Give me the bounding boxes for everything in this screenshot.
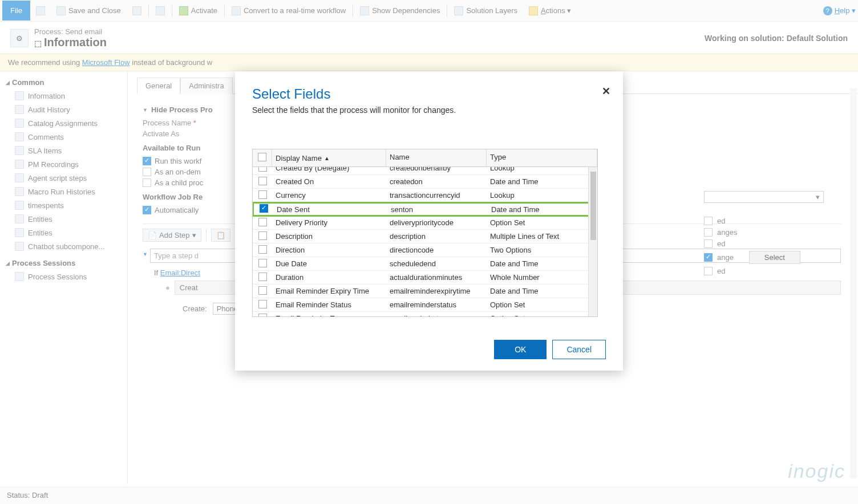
row-type: Option Set (487, 300, 597, 309)
col-type[interactable]: Type (487, 149, 597, 166)
row-checkbox[interactable] (258, 286, 267, 295)
row-display: Description (272, 232, 386, 241)
field-row[interactable]: Delivery PrioritydeliveryprioritycodeOpt… (253, 216, 597, 230)
field-row[interactable]: Due DatescheduledendDate and Time (253, 257, 597, 271)
row-type: Option Set (487, 314, 597, 316)
row-type: Two Options (487, 246, 597, 254)
row-display: Direction (272, 246, 386, 254)
row-display: Email Reminder Expiry Time (272, 287, 386, 295)
row-display: Created On (272, 177, 386, 186)
row-type: Whole Number (487, 273, 597, 282)
row-name: actualdurationminutes (386, 273, 487, 282)
row-name: createdonbehalfby (386, 167, 487, 172)
row-type: Date and Time (487, 287, 597, 295)
row-checkbox[interactable] (258, 314, 267, 317)
field-row[interactable]: Email Reminder Expiry Timeemailremindere… (253, 284, 597, 298)
row-display: Due Date (272, 259, 386, 268)
row-type: Multiple Lines of Text (487, 232, 597, 241)
field-row[interactable]: Email Reminder Statusemailreminderstatus… (253, 298, 597, 312)
row-checkbox[interactable] (258, 300, 267, 308)
row-checkbox[interactable] (258, 190, 267, 199)
row-checkbox[interactable] (258, 177, 267, 185)
field-row[interactable]: CurrencytransactioncurrencyidLookup (253, 189, 597, 202)
row-type: Date and Time (487, 259, 597, 268)
row-type: Date and Time (487, 177, 597, 186)
dialog-title: Select Fields (252, 86, 606, 102)
row-checkbox[interactable] (258, 259, 267, 267)
row-name: transactioncurrencyid (386, 191, 487, 200)
fields-grid: Display Name ▲ Name Type Created By (Del… (252, 149, 598, 317)
row-checkbox[interactable] (258, 218, 267, 226)
select-all-checkbox[interactable] (258, 153, 266, 161)
row-name: emailreminderexpirytime (386, 287, 487, 295)
row-checkbox[interactable] (258, 231, 267, 240)
row-display: Email Reminder Status (272, 300, 386, 309)
cancel-button[interactable]: Cancel (552, 340, 606, 359)
field-row[interactable]: DirectiondirectioncodeTwo Options (253, 243, 597, 257)
select-fields-dialog: ✕ Select Fields Select the fields that t… (235, 71, 623, 371)
row-checkbox[interactable] (260, 204, 268, 213)
row-type: Lookup (487, 191, 597, 200)
field-row[interactable]: Created By (Delegate)createdonbehalfbyLo… (253, 167, 597, 175)
row-name: deliveryprioritycode (386, 218, 487, 227)
row-display: Date Sent (273, 205, 387, 214)
col-name[interactable]: Name (386, 149, 487, 166)
dialog-subtitle: Select the fields that the process will … (252, 105, 606, 115)
row-display: Email Reminder Type (272, 314, 386, 316)
grid-scrollbar[interactable] (588, 167, 597, 316)
row-display: Delivery Priority (272, 218, 386, 227)
row-display: Duration (272, 273, 386, 282)
row-checkbox[interactable] (258, 167, 267, 172)
row-name: description (386, 232, 487, 241)
row-name: scheduledend (386, 259, 487, 268)
row-name: emailreminderstatus (386, 300, 487, 309)
row-name: senton (387, 205, 488, 214)
row-name: emailremindertype (386, 314, 487, 316)
field-row[interactable]: DescriptiondescriptionMultiple Lines of … (253, 230, 597, 243)
row-checkbox[interactable] (258, 273, 267, 281)
field-row[interactable]: DurationactualdurationminutesWhole Numbe… (253, 271, 597, 284)
row-type: Option Set (487, 218, 597, 227)
field-row[interactable]: Created OncreatedonDate and Time (253, 175, 597, 189)
row-type: Date and Time (488, 205, 596, 214)
ok-button[interactable]: OK (494, 340, 547, 359)
row-display: Currency (272, 191, 386, 200)
row-display: Created By (Delegate) (272, 167, 386, 172)
col-display-name[interactable]: Display Name ▲ (272, 149, 386, 166)
modal-overlay: ✕ Select Fields Select the fields that t… (0, 0, 858, 504)
field-row[interactable]: Date SentsentonDate and Time (253, 202, 597, 217)
row-name: createdon (386, 177, 487, 186)
close-icon[interactable]: ✕ (602, 85, 610, 97)
row-type: Lookup (487, 167, 597, 172)
row-name: directioncode (386, 246, 487, 254)
row-checkbox[interactable] (258, 245, 267, 254)
field-row[interactable]: Email Reminder TypeemailremindertypeOpti… (253, 312, 597, 316)
